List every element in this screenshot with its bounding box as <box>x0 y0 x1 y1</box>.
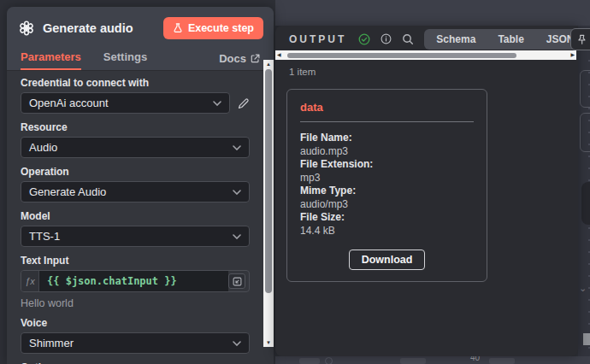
output-view-tabs: Schema Table JSON Binary <box>424 29 590 50</box>
scroll-right-arrow[interactable]: ▶ <box>570 50 575 60</box>
binary-data-card: data File Name: audio.mp3 File Extension… <box>286 89 487 282</box>
binary-field-value: audio/mp3 <box>300 198 474 212</box>
parameters-vertical-scrollbar[interactable]: ▲ ▼ <box>263 60 274 347</box>
node-panel-tabs: Parameters Settings Docs <box>7 46 274 70</box>
docs-link[interactable]: Docs <box>219 52 260 65</box>
openai-logo <box>19 21 34 36</box>
chevron-down-icon <box>233 190 241 195</box>
scroll-up-arrow[interactable]: ▲ <box>263 60 274 68</box>
binary-field-label: File Name: <box>300 132 474 145</box>
chevron-down-icon: ⌄ <box>579 283 587 294</box>
scroll-down-arrow[interactable]: ▼ <box>263 338 274 347</box>
output-panel: OUTPUT Schema Table <box>275 26 578 356</box>
model-label: Model <box>21 211 250 222</box>
canvas-edge-button[interactable] <box>580 113 590 152</box>
app-window: ⌄ 40 <box>0 0 590 364</box>
execute-step-button[interactable]: Execute step <box>163 17 263 39</box>
pencil-icon <box>238 97 250 109</box>
canvas-edge-scroll[interactable] <box>583 333 590 345</box>
canvas-bottom-toolbar: 40 <box>275 356 590 364</box>
search-icon[interactable] <box>402 33 414 45</box>
voice-label: Voice <box>21 318 250 329</box>
flask-icon <box>173 23 183 33</box>
tab-table[interactable]: Table <box>487 31 534 48</box>
canvas-edge-button[interactable] <box>580 70 590 108</box>
canvas-toolbar-shape <box>489 358 515 364</box>
binary-field-label: File Size: <box>300 211 474 225</box>
expression-preview: Hello world <box>21 297 250 309</box>
success-check-icon <box>358 33 370 45</box>
pin-data-button[interactable] <box>570 28 590 50</box>
node-panel-header: Generate audio Execute step Parameters S… <box>7 7 274 70</box>
output-panel-header: OUTPUT Schema Table <box>275 26 578 50</box>
node-settings-panel: Generate audio Execute step Parameters S… <box>7 7 274 364</box>
binary-field-value: 14.4 kB <box>300 225 474 238</box>
external-link-icon <box>251 54 260 63</box>
chevron-down-icon <box>213 101 221 106</box>
card-divider <box>300 121 474 122</box>
expression-value[interactable]: {{ $json.chatInput }} <box>39 271 228 291</box>
binary-field-label: File Extension: <box>300 158 474 172</box>
node-parameters-form: Credential to connect with OpenAi accoun… <box>7 70 274 364</box>
tab-parameters[interactable]: Parameters <box>21 46 81 70</box>
credential-label: Credential to connect with <box>21 78 250 89</box>
operation-select[interactable]: Generate Audio <box>21 181 250 203</box>
binary-field-label: Mime Type: <box>300 185 474 198</box>
open-expression-editor-button[interactable] <box>228 273 245 289</box>
resource-label: Resource <box>21 122 250 133</box>
credential-select[interactable]: OpenAi account <box>21 92 230 114</box>
chevron-down-icon <box>233 341 241 346</box>
canvas-zoom-level: 40 <box>470 356 480 362</box>
canvas-toolbar-icon <box>325 357 333 364</box>
text-input-expression-field[interactable]: ƒx {{ $json.chatInput }} <box>21 270 250 292</box>
tab-settings[interactable]: Settings <box>103 46 147 70</box>
text-input-label: Text Input <box>21 255 250 267</box>
resource-select[interactable]: Audio <box>21 137 250 158</box>
pin-icon <box>576 34 587 45</box>
scroll-left-arrow[interactable]: ◀ <box>277 50 281 60</box>
output-item-count: 1 item <box>289 67 316 77</box>
download-button[interactable]: Download <box>349 250 426 270</box>
output-horizontal-scrollbar[interactable]: ◀ ▶ <box>275 50 576 60</box>
edit-credential-button[interactable] <box>238 97 250 110</box>
horizontal-scrollbar-thumb[interactable] <box>287 53 516 58</box>
binary-field-value: mp3 <box>300 172 474 185</box>
output-title: OUTPUT <box>289 33 346 45</box>
voice-select[interactable]: Shimmer <box>21 332 250 354</box>
canvas-toolbar-shape <box>400 358 426 364</box>
fx-icon: ƒx <box>21 271 39 291</box>
node-title: Generate audio <box>43 21 163 35</box>
model-select[interactable]: TTS-1 <box>21 226 250 247</box>
vertical-scrollbar-thumb[interactable] <box>265 69 272 293</box>
info-icon[interactable] <box>381 33 392 44</box>
canvas-toolbar-shape <box>299 358 320 364</box>
chevron-down-icon <box>233 145 241 150</box>
canvas-edge-node[interactable] <box>581 182 590 225</box>
operation-label: Operation <box>21 167 250 178</box>
chevron-down-icon <box>233 234 241 239</box>
tab-schema[interactable]: Schema <box>426 31 486 48</box>
binary-field-value: audio.mp3 <box>300 145 474 159</box>
expression-expand-icon <box>233 277 242 286</box>
binary-key: data <box>300 101 474 114</box>
workflow-canvas <box>275 0 590 26</box>
